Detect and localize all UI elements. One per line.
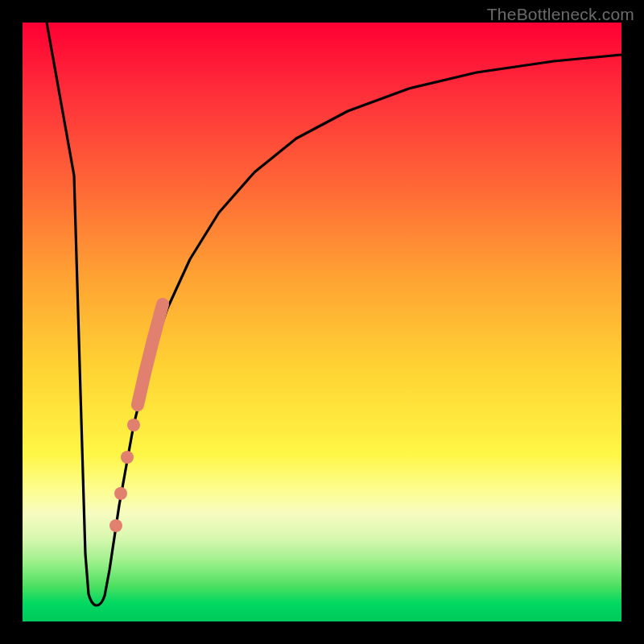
watermark-text: TheBottleneck.com	[487, 5, 634, 24]
marker-dot	[127, 419, 140, 431]
plot-area	[23, 23, 621, 621]
marker-dot	[114, 487, 127, 500]
highlight-segment	[138, 304, 163, 405]
marker-dot	[109, 519, 122, 532]
bottleneck-curve	[47, 23, 621, 605]
curve-layer	[23, 23, 621, 621]
chart-frame: TheBottleneck.com	[0, 0, 644, 644]
marker-dot	[121, 451, 134, 464]
